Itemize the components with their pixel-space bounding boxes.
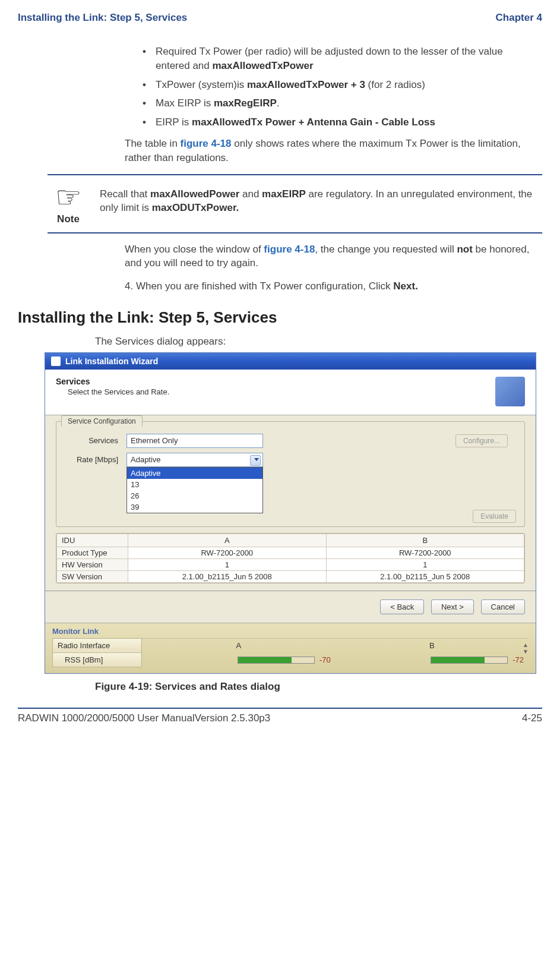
rate-dropdown-list: Adaptive 13 26 39 <box>126 467 263 513</box>
footer-left: RADWIN 1000/2000/5000 User ManualVersion… <box>18 712 270 724</box>
configure-button[interactable]: Configure... <box>455 434 508 447</box>
label-services: Services <box>65 436 118 445</box>
table-header: A <box>128 534 327 547</box>
label-rate: Rate [Mbps] <box>65 455 118 464</box>
window-titlebar: Link Installation Wizard <box>45 353 536 370</box>
rss-value-a: -70 <box>142 652 336 667</box>
app-icon <box>51 356 61 366</box>
figure-caption: Figure 4-19: Services and Rates dialog <box>18 681 542 693</box>
banner-logo <box>495 377 525 406</box>
page-header-chapter: Chapter 4 <box>496 12 542 24</box>
rss-value-b: -72 <box>336 652 529 667</box>
bullet-list: Required Tx Power (per radio) will be ad… <box>125 45 536 130</box>
bullet-item: Required Tx Power (per radio) will be ad… <box>143 45 536 73</box>
tab-service-configuration[interactable]: Service Configuration <box>61 415 143 427</box>
radio-interface-header: Radio Interface <box>53 638 142 652</box>
note-hand-icon: ☞ <box>48 182 89 212</box>
table-row: Product Type RW-7200-2000 RW-7200-2000 <box>57 547 524 558</box>
col-b-header: B <box>336 638 529 652</box>
monitor-title: Monitor Link <box>52 627 529 636</box>
idu-info-table: IDU A B Product Type RW-7200-2000 RW-720… <box>56 533 525 583</box>
wizard-window: Link Installation Wizard Services Select… <box>45 352 536 674</box>
table-header: B <box>326 534 524 547</box>
intro-text: The Services dialog appears: <box>18 336 542 348</box>
services-input[interactable] <box>126 434 263 448</box>
window-title: Link Installation Wizard <box>65 356 158 366</box>
scrollbar[interactable]: ▲▼ <box>523 642 532 655</box>
banner-subtitle: Select the Services and Rate. <box>56 387 169 396</box>
paragraph: When you close the window of figure 4-18… <box>125 242 536 271</box>
figure-link[interactable]: figure 4-18 <box>264 244 315 255</box>
footer-page-number: 4-25 <box>522 712 542 724</box>
bullet-item: Max EIRP is maxRegEIRP. <box>143 96 536 111</box>
next-button[interactable]: Next > <box>431 599 474 614</box>
section-heading: Installing the Link: Step 5, Services <box>18 308 542 327</box>
cancel-button[interactable]: Cancel <box>481 599 525 614</box>
rate-option[interactable]: 39 <box>127 501 262 513</box>
paragraph: The table in figure 4-18 only shows rate… <box>125 137 536 165</box>
table-header: IDU <box>57 534 128 547</box>
bullet-item: EIRP is maxAllowedTx Power + Antenna Gai… <box>143 115 536 130</box>
note-text: Recall that maxAllowedPower and maxEIRP … <box>100 182 542 225</box>
page-header-title: Installing the Link: Step 5, Services <box>18 12 187 24</box>
evaluate-button[interactable]: Evaluate <box>473 510 516 523</box>
rate-option[interactable]: 13 <box>127 479 262 490</box>
table-row: HW Version 1 1 <box>57 558 524 570</box>
rate-option[interactable]: 26 <box>127 490 262 501</box>
rate-option[interactable]: Adaptive <box>127 468 262 479</box>
rate-dropdown[interactable]: Adaptive <box>126 453 263 467</box>
rss-label: RSS [dBm] <box>53 652 142 667</box>
table-row: SW Version 2.1.00_b2115_Jun 5 2008 2.1.0… <box>57 570 524 582</box>
col-a-header: A <box>142 638 336 652</box>
note-label: Note <box>48 213 89 225</box>
banner-title: Services <box>56 377 169 386</box>
figure-link[interactable]: figure 4-18 <box>181 138 232 149</box>
back-button[interactable]: < Back <box>380 599 424 614</box>
bullet-item: TxPower (system)is maxAllowedTxPower + 3… <box>143 78 536 92</box>
step-4: 4. When you are finished with Tx Power c… <box>125 279 536 294</box>
